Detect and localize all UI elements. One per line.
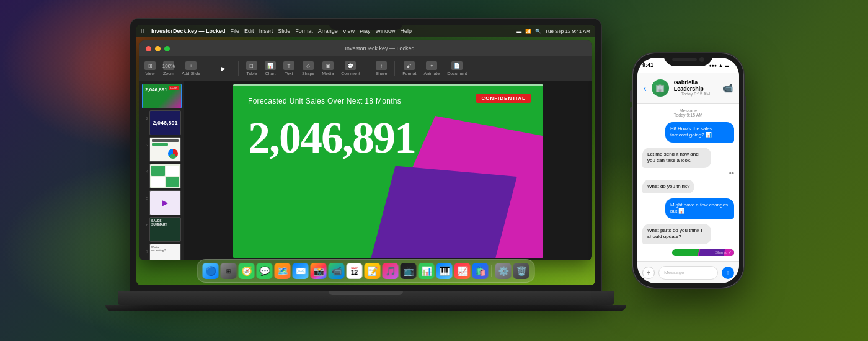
dock-calendar[interactable]: SEP 12 <box>347 263 363 279</box>
shape-icon: ◇ <box>303 61 314 70</box>
toolbar-document[interactable]: 📄 Document <box>447 61 467 76</box>
toolbar-view[interactable]: ⊞ View <box>144 61 156 76</box>
dock-launchpad[interactable]: ⊞ <box>221 263 237 279</box>
iphone-power-button[interactable] <box>744 96 746 121</box>
toolbar-comment[interactable]: 💬 Comment <box>341 61 360 76</box>
macbook-bezel:  InvestorDeck.key — Locked File Edit In… <box>130 19 601 291</box>
slide-7-text: What'sour strategy? <box>151 246 179 252</box>
main-slide[interactable]: Forecasted Unit Sales Over Next 18 Month… <box>233 84 543 258</box>
view-icon: ⊞ <box>144 61 156 70</box>
document-label: Document <box>447 71 467 76</box>
close-button[interactable] <box>146 46 151 51</box>
format-label: Format <box>402 71 416 76</box>
slide-preview-message[interactable]: 2,046,891 Shared ✓ <box>672 249 734 256</box>
wifi-status-icon: ▲ <box>719 63 723 68</box>
toolbar-text[interactable]: T Text <box>283 61 294 76</box>
dock-bars[interactable]: 📊 <box>418 263 435 279</box>
video-call-button[interactable]: 📹 <box>722 83 733 93</box>
dock-mail[interactable]: ✉️ <box>293 263 309 279</box>
date-header: MessageToday 9:15 AM <box>642 108 734 117</box>
signal-icon: ●●● <box>709 63 717 68</box>
menu-slide[interactable]: Slide <box>278 28 290 34</box>
play-button[interactable]: ▶ <box>216 64 231 74</box>
slide-thumb-7[interactable]: What'sour strategy? <box>149 244 181 260</box>
dock-finder[interactable]: 🔵 <box>203 263 219 279</box>
slide-num-6: 6 <box>142 217 148 242</box>
message-bubble-4: Might have a few changes but 📊 <box>665 198 734 219</box>
menubar-time: Tue Sep 12 9:41 AM <box>545 29 590 34</box>
message-input[interactable]: Message <box>658 266 718 280</box>
dock-trash[interactable]: 🗑️ <box>513 263 529 279</box>
toolbar-table[interactable]: ⊟ Table <box>246 61 257 76</box>
minimize-button[interactable] <box>155 46 161 51</box>
toolbar-shape[interactable]: ◇ Shape <box>302 61 314 76</box>
iphone-volume-up[interactable] <box>630 90 632 102</box>
contact-info: Gabriella Leadership Today 9:15 AM <box>674 79 717 96</box>
dock-photos[interactable]: 📸 <box>311 263 327 279</box>
slide-3-chart <box>168 149 178 159</box>
add-slide-icon: + <box>185 61 197 70</box>
menu-edit[interactable]: Edit <box>244 28 254 34</box>
menu-file[interactable]: File <box>231 28 240 34</box>
maximize-button[interactable] <box>164 46 170 51</box>
dock-maps[interactable]: 🗺️ <box>275 263 291 279</box>
keynote-body: 2,046,891 CONF 2 2,046,891 3 <box>140 81 592 260</box>
toolbar-chart[interactable]: 📊 Chart <box>265 61 276 76</box>
table-label: Table <box>247 71 257 76</box>
zoom-label: Zoom <box>163 71 174 76</box>
dock-numbers[interactable]: 📈 <box>454 263 471 279</box>
toolbar-media[interactable]: ▣ Media <box>322 61 334 76</box>
slide-thumb-3[interactable] <box>149 137 181 162</box>
app-name[interactable]: InvestorDeck.key — Locked <box>151 28 226 34</box>
dock-keynote[interactable]: 🎹 <box>436 263 453 279</box>
messages-input-bar: + Message ↑ <box>637 261 739 283</box>
dock-safari[interactable]: 🧭 <box>239 263 255 279</box>
dock-messages[interactable]: 💬 <box>257 263 273 279</box>
toolbar-separator3 <box>368 61 368 76</box>
menu-help[interactable]: Help <box>401 28 412 34</box>
chart-label: Chart <box>265 71 275 76</box>
slide-6-text: SALESSUMMARY <box>151 219 179 226</box>
toolbar-add-slide[interactable]: + Add Slide <box>182 61 200 76</box>
slide-num-3: 3 <box>142 137 148 162</box>
share-label: Share <box>376 71 388 76</box>
dock-settings[interactable]: ⚙️ <box>495 263 512 279</box>
text-label: Text <box>285 71 293 76</box>
dock-music[interactable]: 🎵 <box>383 263 399 279</box>
slide-thumb-4[interactable] <box>149 164 181 188</box>
toolbar-separator4 <box>394 61 395 76</box>
slide-thumb-6[interactable]: SALESSUMMARY <box>149 217 181 242</box>
toolbar-animate[interactable]: ✦ Animate <box>424 61 440 76</box>
toolbar-share[interactable]: ↑ Share <box>376 61 388 76</box>
slide-thumb-2[interactable]: 2,046,891 <box>149 110 181 135</box>
toolbar-format[interactable]: 🖌 Format <box>402 61 416 76</box>
menu-insert[interactable]: Insert <box>259 28 273 34</box>
macbook:  InvestorDeck.key — Locked File Edit In… <box>124 19 608 322</box>
message-bubble-3: What do you think? <box>642 180 694 193</box>
dock-tv[interactable]: 📺 <box>401 263 417 279</box>
macbook-base <box>118 291 614 305</box>
attachment-button[interactable]: + <box>642 267 655 279</box>
dock-notes[interactable]: 📝 <box>365 263 381 279</box>
iphone-volume-down[interactable] <box>630 107 632 120</box>
toolbar-zoom[interactable]: 100% Zoom <box>163 61 174 76</box>
shape-label: Shape <box>302 71 314 76</box>
document-icon: 📄 <box>451 61 463 70</box>
contact-subtitle: Today 9:15 AM <box>681 92 710 96</box>
slide-thumb-1[interactable]: 2,046,891 CONF <box>142 84 182 108</box>
slide-num-5: 5 <box>142 190 148 215</box>
send-button[interactable]: ↑ <box>722 267 734 279</box>
slide-4-cell1 <box>151 166 165 176</box>
slide-panel: 2,046,891 CONF 2 2,046,891 3 <box>140 81 184 260</box>
calendar-day: 12 <box>351 270 358 276</box>
iphone-status-icons: ●●● ▲ ▬ <box>709 63 729 68</box>
dock-appstore[interactable]: 🛍️ <box>472 263 489 279</box>
slide-thumb-5[interactable]: ▶ <box>149 190 181 215</box>
comment-icon: 💬 <box>345 61 356 70</box>
table-icon: ⊟ <box>246 61 257 70</box>
back-button[interactable]: ‹ <box>644 83 647 93</box>
search-icon[interactable]: 🔍 <box>535 29 541 34</box>
dock-facetime[interactable]: 📹 <box>329 263 345 279</box>
menu-format[interactable]: Format <box>295 28 313 34</box>
apple-menu[interactable]:  <box>141 27 144 35</box>
